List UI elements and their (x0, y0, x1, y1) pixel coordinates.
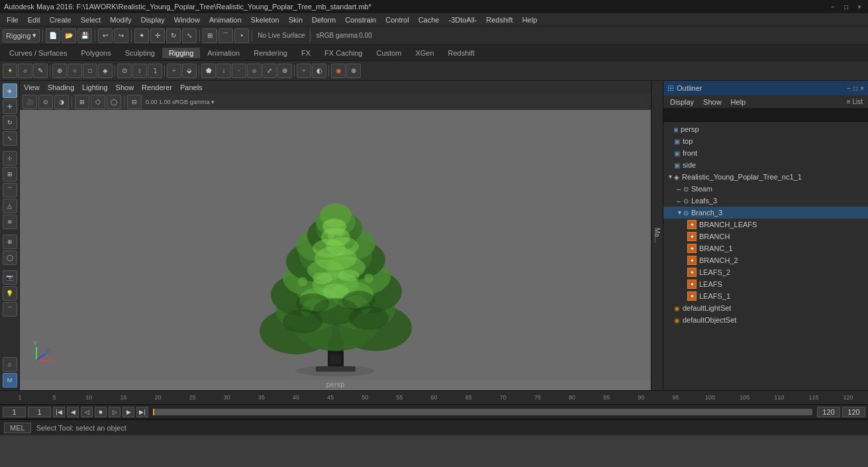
frame-end-input[interactable] (817, 407, 840, 417)
viewport-menu-view[interactable]: View (24, 83, 40, 91)
outliner-item-side[interactable]: ▣ side (663, 159, 868, 171)
frame-slider[interactable] (153, 409, 812, 415)
outliner-menu-show[interactable]: Show (699, 97, 726, 107)
viewport-menu-panels[interactable]: Panels (180, 83, 203, 91)
step-back-btn[interactable]: ◀ (67, 407, 79, 417)
create-deformer-btn[interactable]: + (297, 64, 311, 78)
constraint-btn[interactable]: ⬟ (201, 64, 216, 78)
outliner-item-branch2[interactable]: ✦ BRANCH_2 (663, 254, 868, 266)
vp-camera-btn[interactable]: 🎥 (23, 95, 37, 109)
vp-wireframe-btn[interactable]: ⬡ (91, 95, 105, 109)
outliner-menu-display[interactable]: Display (666, 97, 698, 107)
outliner-item-leafs[interactable]: ✦ LEAFS (663, 278, 868, 290)
menu-3dtoall[interactable]: -3DtoAll- (444, 15, 481, 25)
vp-grid-btn[interactable]: ⊞ (75, 95, 89, 109)
show-manip-btn[interactable]: ⊕ (3, 234, 17, 249)
light-btn[interactable]: 💡 (3, 286, 17, 301)
play-back-btn[interactable]: ◁ (81, 407, 93, 417)
frame-start-input[interactable] (3, 407, 26, 417)
parent-constraint-btn[interactable]: ↓ (217, 64, 231, 78)
ik-handle-btn[interactable]: ↕ (132, 64, 147, 78)
menu-animation[interactable]: Animation (205, 15, 246, 25)
menu-create[interactable]: Create (46, 15, 75, 25)
paint-skin-btn[interactable]: ⬙ (182, 64, 197, 78)
menu-cache[interactable]: Cache (414, 15, 444, 25)
curve-btn[interactable]: ⌒ (3, 302, 17, 317)
point-constraint-btn[interactable]: · (232, 64, 246, 78)
step-fwd-btn[interactable]: ▶ (122, 407, 134, 417)
outliner-item-branch-leafs[interactable]: ✦ BRANCH_LEAFS (663, 219, 868, 231)
ik-spline-btn[interactable]: ⤵ (148, 64, 162, 78)
undo-btn[interactable]: ↩ (98, 28, 113, 43)
menu-constrain[interactable]: Constrain (341, 15, 380, 25)
outliner-max-btn[interactable]: □ (853, 85, 857, 92)
snap-point-btn[interactable]: • (234, 28, 249, 43)
outliner-item-branch[interactable]: ✦ BRANCH (663, 231, 868, 242)
scale-btn[interactable]: ⤡ (182, 28, 197, 43)
connect-attr-btn[interactable]: ⊗ (346, 64, 361, 78)
outliner-list-btn[interactable]: ≡ List (844, 98, 865, 105)
command-mode-btn[interactable]: MEL (4, 423, 31, 433)
cam-btn[interactable]: 📷 (3, 270, 17, 285)
snap-face-btn[interactable]: △ (3, 199, 17, 213)
timeline-ruler[interactable]: 1 5 10 15 20 25 30 35 40 45 50 55 60 65 … (3, 394, 865, 401)
select-mode-btn[interactable]: ◈ (3, 83, 17, 98)
snap-grid-btn2[interactable]: ⊞ (3, 167, 17, 182)
logo-btn[interactable]: M (3, 373, 17, 388)
menu-edit[interactable]: Edit (24, 15, 44, 25)
home-btn[interactable]: ⌂ (3, 357, 17, 372)
menu-redshift[interactable]: Redshift (482, 15, 516, 25)
outliner-item-root[interactable]: ▼ ◈ Realistic_Young_Poplar_Tree_nc1_1 (663, 171, 868, 183)
select-btn[interactable]: ✦ (134, 28, 149, 43)
outliner-item-leafs2[interactable]: ✦ LEAFS_2 (663, 266, 868, 278)
mode-dropdown[interactable]: Rigging ▾ (3, 29, 40, 42)
frame-current-input[interactable] (28, 407, 51, 417)
redo-btn[interactable]: ↪ (114, 28, 128, 43)
lasso-btn[interactable]: ⟐ (18, 64, 32, 78)
new-scene-btn[interactable]: 📄 (46, 28, 60, 43)
save-btn[interactable]: 💾 (77, 28, 92, 43)
menu-deform[interactable]: Deform (308, 15, 340, 25)
outliner-item-leafs1[interactable]: ✦ LEAFS_1 (663, 290, 868, 302)
go-to-start-btn[interactable]: |◀ (53, 407, 65, 417)
tab-animation[interactable]: Animation (201, 48, 246, 58)
close-button[interactable]: × (855, 2, 864, 11)
menu-skin[interactable]: Skin (285, 15, 307, 25)
restore-button[interactable]: □ (842, 2, 851, 11)
minimize-button[interactable]: − (828, 2, 838, 11)
go-to-end-btn[interactable]: ▶| (136, 407, 148, 417)
snap-surface-btn[interactable]: ≋ (3, 215, 17, 229)
tab-fx[interactable]: FX (295, 48, 317, 58)
snap-grid-btn[interactable]: ⊞ (203, 28, 217, 43)
cluster-btn[interactable]: ◈ (98, 64, 113, 78)
tab-sculpting[interactable]: Sculpting (119, 48, 162, 58)
vp-isolate-btn[interactable]: ⊙ (38, 95, 53, 109)
move-mode-btn[interactable]: ✛ (3, 99, 17, 114)
viewport-menu-shading[interactable]: Shading (48, 83, 74, 91)
stop-btn[interactable]: ■ (95, 407, 107, 417)
viewport[interactable]: View Shading Lighting Show Renderer Pane… (20, 81, 651, 390)
lattice-btn[interactable]: □ (83, 64, 97, 78)
soft-mod-btn[interactable]: ○ (68, 64, 82, 78)
outliner-menu-help[interactable]: Help (727, 97, 750, 107)
menu-control[interactable]: Control (381, 15, 412, 25)
timeline[interactable]: 1 5 10 15 20 25 30 35 40 45 50 55 60 65 … (0, 390, 868, 405)
outliner-item-top[interactable]: ▣ top (663, 135, 868, 147)
outliner-search-input[interactable] (667, 111, 864, 119)
tab-redshift[interactable]: Redshift (442, 48, 481, 58)
outliner-item-lightset[interactable]: ◉ defaultLightSet (663, 302, 868, 314)
play-btn[interactable]: ▷ (109, 407, 121, 417)
snap-edge-btn[interactable]: ⌒ (3, 183, 17, 197)
outliner-item-leafs3[interactable]: – ⊙ Leafs_3 (663, 195, 868, 207)
outliner-item-branch3[interactable]: ▼ ⊙ Branch_3 (663, 207, 868, 219)
vp-smooth-btn[interactable]: ◯ (107, 95, 121, 109)
tab-rendering[interactable]: Rendering (247, 48, 294, 58)
rotate-btn[interactable]: ↻ (166, 28, 181, 43)
snap-curve-btn[interactable]: ⌒ (218, 28, 233, 43)
hide-btn[interactable]: ◯ (3, 250, 17, 265)
tab-fx-caching[interactable]: FX Caching (318, 48, 369, 58)
scale-constraint-btn[interactable]: ⤢ (262, 64, 277, 78)
tab-curves-surfaces[interactable]: Curves / Surfaces (3, 48, 73, 58)
orient-constraint-btn[interactable]: ⌾ (247, 64, 262, 78)
outliner-item-steam[interactable]: – ⊙ Steam (663, 183, 868, 195)
